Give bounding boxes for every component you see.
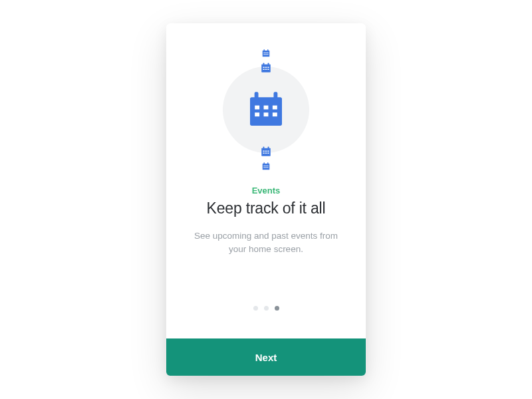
svg-rect-2	[267, 49, 268, 51]
svg-rect-30	[263, 151, 265, 152]
svg-rect-37	[264, 162, 265, 164]
svg-rect-24	[255, 112, 259, 116]
page-dot-1[interactable]	[253, 306, 258, 311]
calendar-small-icon	[260, 62, 272, 74]
svg-rect-0	[263, 51, 270, 57]
page-indicator	[253, 293, 279, 325]
svg-rect-41	[267, 166, 269, 166]
svg-rect-17	[267, 69, 269, 70]
svg-rect-33	[263, 153, 265, 154]
svg-rect-28	[263, 147, 265, 150]
page-dot-2[interactable]	[264, 306, 269, 311]
svg-rect-11	[268, 63, 269, 66]
category-label: Events	[252, 186, 281, 196]
body-text: See upcoming and past events from your h…	[193, 229, 339, 255]
svg-rect-39	[264, 166, 265, 166]
svg-rect-10	[263, 63, 265, 66]
svg-rect-1	[264, 49, 265, 51]
calendar-small-icon	[261, 49, 271, 58]
svg-rect-5	[267, 53, 269, 53]
svg-rect-7	[265, 54, 267, 55]
svg-rect-15	[263, 69, 265, 70]
svg-rect-42	[264, 167, 265, 168]
svg-rect-12	[263, 67, 265, 68]
svg-rect-38	[267, 162, 268, 164]
svg-rect-25	[264, 112, 269, 116]
svg-rect-26	[273, 112, 277, 116]
svg-rect-16	[265, 69, 267, 70]
svg-rect-22	[264, 106, 269, 110]
svg-rect-20	[273, 92, 277, 100]
svg-rect-19	[255, 92, 259, 100]
next-button[interactable]: Next	[166, 338, 366, 376]
svg-rect-23	[273, 106, 277, 110]
svg-rect-44	[267, 167, 269, 168]
svg-rect-13	[265, 67, 267, 68]
svg-rect-35	[267, 153, 269, 154]
svg-rect-18	[250, 97, 282, 126]
onboarding-card: Events Keep track of it all See upcoming…	[166, 23, 366, 376]
calendar-main-icon	[245, 88, 287, 131]
svg-rect-8	[267, 54, 269, 55]
onboarding-content: Events Keep track of it all See upcoming…	[166, 23, 366, 338]
svg-rect-3	[264, 53, 265, 53]
svg-rect-43	[265, 167, 267, 168]
svg-rect-4	[265, 53, 267, 53]
svg-rect-31	[265, 151, 267, 152]
svg-rect-14	[267, 67, 269, 68]
hero-illustration	[216, 50, 316, 170]
svg-rect-36	[263, 164, 270, 170]
svg-rect-40	[265, 166, 267, 166]
svg-rect-6	[264, 54, 265, 55]
svg-rect-34	[265, 153, 267, 154]
svg-rect-9	[261, 65, 271, 72]
svg-rect-32	[267, 151, 269, 152]
svg-rect-29	[268, 147, 269, 150]
svg-rect-21	[255, 106, 259, 110]
calendar-small-icon	[260, 146, 272, 158]
calendar-small-icon	[261, 162, 271, 171]
headline: Keep track of it all	[207, 200, 326, 217]
svg-rect-27	[261, 148, 271, 156]
calendar-stack-icon	[216, 50, 316, 170]
page-dot-3[interactable]	[275, 306, 279, 311]
